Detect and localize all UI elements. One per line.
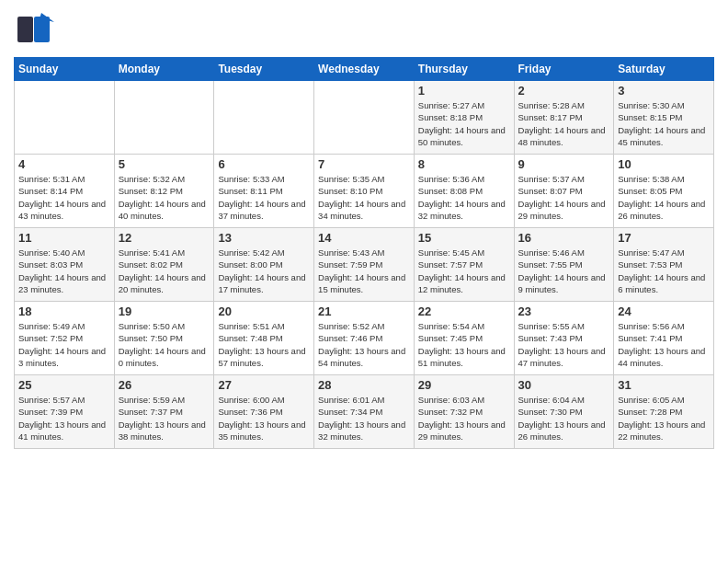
day-number: 22 xyxy=(418,304,510,318)
logo-icon xyxy=(14,9,54,50)
day-number: 17 xyxy=(618,231,710,245)
calendar-cell xyxy=(314,81,415,155)
calendar-cell: 29 Sunrise: 6:03 AM Sunset: 7:32 PM Dayl… xyxy=(414,375,514,449)
calendar-cell: 8 Sunrise: 5:36 AM Sunset: 8:08 PM Dayli… xyxy=(414,155,514,228)
daylight-text: Daylight: 13 hours and 26 minutes. xyxy=(518,419,606,442)
day-number: 23 xyxy=(518,304,610,318)
page: SundayMondayTuesdayWednesdayThursdayFrid… xyxy=(0,0,728,458)
sunset-text: Sunset: 8:05 PM xyxy=(618,186,682,196)
daylight-text: Daylight: 14 hours and 20 minutes. xyxy=(119,272,206,294)
sunset-text: Sunset: 7:59 PM xyxy=(318,259,382,270)
sunset-text: Sunset: 8:08 PM xyxy=(418,186,483,196)
sunrise-text: Sunrise: 5:43 AM xyxy=(318,247,384,258)
calendar-week-row: 4 Sunrise: 5:31 AM Sunset: 8:14 PM Dayli… xyxy=(15,155,714,228)
sunrise-text: Sunrise: 5:35 AM xyxy=(318,174,384,184)
daylight-text: Daylight: 13 hours and 57 minutes. xyxy=(218,346,305,368)
sunset-text: Sunset: 7:32 PM xyxy=(418,407,483,417)
daylight-text: Daylight: 13 hours and 22 minutes. xyxy=(618,419,705,442)
sunset-text: Sunset: 7:48 PM xyxy=(218,333,282,343)
daylight-text: Daylight: 14 hours and 43 minutes. xyxy=(18,199,106,221)
calendar-cell: 30 Sunrise: 6:04 AM Sunset: 7:30 PM Dayl… xyxy=(514,375,614,449)
sunrise-text: Sunrise: 5:27 AM xyxy=(418,100,484,110)
sunrise-text: Sunrise: 5:41 AM xyxy=(119,247,185,258)
day-number: 10 xyxy=(618,157,710,171)
calendar-cell: 2 Sunrise: 5:28 AM Sunset: 8:17 PM Dayli… xyxy=(514,81,614,155)
sunset-text: Sunset: 8:03 PM xyxy=(18,259,83,270)
sunset-text: Sunset: 7:39 PM xyxy=(18,407,83,417)
day-number: 11 xyxy=(18,231,110,245)
sunrise-text: Sunrise: 5:32 AM xyxy=(119,174,185,184)
day-number: 13 xyxy=(218,231,310,245)
day-info: Sunrise: 5:50 AM Sunset: 7:50 PM Dayligh… xyxy=(119,320,210,369)
calendar-cell: 10 Sunrise: 5:38 AM Sunset: 8:05 PM Dayl… xyxy=(614,155,714,228)
day-info: Sunrise: 5:59 AM Sunset: 7:37 PM Dayligh… xyxy=(119,394,210,442)
weekday-header: Friday xyxy=(514,58,614,81)
weekday-header: Sunday xyxy=(15,58,115,81)
sunset-text: Sunset: 7:50 PM xyxy=(119,333,183,343)
calendar-cell: 23 Sunrise: 5:55 AM Sunset: 7:43 PM Dayl… xyxy=(514,302,614,375)
weekday-header: Wednesday xyxy=(314,58,415,81)
day-info: Sunrise: 6:04 AM Sunset: 7:30 PM Dayligh… xyxy=(518,394,610,442)
sunset-text: Sunset: 8:00 PM xyxy=(218,259,282,270)
day-number: 9 xyxy=(518,157,610,171)
calendar-cell: 24 Sunrise: 5:56 AM Sunset: 7:41 PM Dayl… xyxy=(614,302,714,375)
calendar-cell: 15 Sunrise: 5:45 AM Sunset: 7:57 PM Dayl… xyxy=(414,228,514,302)
calendar-cell: 28 Sunrise: 6:01 AM Sunset: 7:34 PM Dayl… xyxy=(314,375,415,449)
day-number: 7 xyxy=(318,157,410,171)
sunrise-text: Sunrise: 5:55 AM xyxy=(518,321,585,331)
day-number: 16 xyxy=(518,231,610,245)
day-number: 24 xyxy=(618,304,710,318)
sunrise-text: Sunrise: 5:40 AM xyxy=(18,247,85,258)
weekday-header: Monday xyxy=(114,58,214,81)
sunrise-text: Sunrise: 5:49 AM xyxy=(18,321,85,331)
sunset-text: Sunset: 8:14 PM xyxy=(18,186,83,196)
day-number: 12 xyxy=(119,231,210,245)
sunset-text: Sunset: 8:10 PM xyxy=(318,186,382,196)
sunrise-text: Sunrise: 5:54 AM xyxy=(418,321,484,331)
calendar-cell: 17 Sunrise: 5:47 AM Sunset: 7:53 PM Dayl… xyxy=(614,228,714,302)
daylight-text: Daylight: 14 hours and 23 minutes. xyxy=(18,272,106,294)
logo xyxy=(14,9,58,50)
daylight-text: Daylight: 13 hours and 38 minutes. xyxy=(119,419,206,442)
sunrise-text: Sunrise: 5:36 AM xyxy=(418,174,484,184)
day-number: 2 xyxy=(518,84,610,98)
day-info: Sunrise: 5:38 AM Sunset: 8:05 PM Dayligh… xyxy=(618,173,710,222)
day-info: Sunrise: 5:41 AM Sunset: 8:02 PM Dayligh… xyxy=(119,247,210,295)
daylight-text: Daylight: 13 hours and 51 minutes. xyxy=(418,346,506,368)
day-info: Sunrise: 5:52 AM Sunset: 7:46 PM Dayligh… xyxy=(318,320,410,369)
day-info: Sunrise: 6:00 AM Sunset: 7:36 PM Dayligh… xyxy=(218,394,310,442)
daylight-text: Daylight: 14 hours and 32 minutes. xyxy=(418,199,506,221)
daylight-text: Daylight: 14 hours and 45 minutes. xyxy=(618,125,705,147)
sunset-text: Sunset: 7:36 PM xyxy=(218,407,282,417)
calendar-table: SundayMondayTuesdayWednesdayThursdayFrid… xyxy=(14,57,714,449)
daylight-text: Daylight: 14 hours and 37 minutes. xyxy=(218,199,305,221)
daylight-text: Daylight: 14 hours and 17 minutes. xyxy=(218,272,305,294)
calendar-cell: 3 Sunrise: 5:30 AM Sunset: 8:15 PM Dayli… xyxy=(614,81,714,155)
day-number: 28 xyxy=(318,378,410,392)
sunset-text: Sunset: 8:12 PM xyxy=(119,186,183,196)
sunset-text: Sunset: 7:57 PM xyxy=(418,259,483,270)
calendar-cell: 13 Sunrise: 5:42 AM Sunset: 8:00 PM Dayl… xyxy=(214,228,314,302)
day-number: 8 xyxy=(418,157,510,171)
calendar-cell: 14 Sunrise: 5:43 AM Sunset: 7:59 PM Dayl… xyxy=(314,228,415,302)
sunset-text: Sunset: 7:28 PM xyxy=(618,407,682,417)
day-number: 25 xyxy=(18,378,110,392)
calendar-cell xyxy=(114,81,214,155)
daylight-text: Daylight: 13 hours and 44 minutes. xyxy=(618,346,705,368)
day-info: Sunrise: 5:43 AM Sunset: 7:59 PM Dayligh… xyxy=(318,247,410,295)
sunrise-text: Sunrise: 5:50 AM xyxy=(119,321,185,331)
sunset-text: Sunset: 7:53 PM xyxy=(618,259,682,270)
calendar-week-row: 1 Sunrise: 5:27 AM Sunset: 8:18 PM Dayli… xyxy=(15,81,714,155)
calendar-cell: 1 Sunrise: 5:27 AM Sunset: 8:18 PM Dayli… xyxy=(414,81,514,155)
calendar-week-row: 18 Sunrise: 5:49 AM Sunset: 7:52 PM Dayl… xyxy=(15,302,714,375)
calendar-cell xyxy=(15,81,115,155)
calendar-cell: 11 Sunrise: 5:40 AM Sunset: 8:03 PM Dayl… xyxy=(15,228,115,302)
sunrise-text: Sunrise: 6:05 AM xyxy=(618,395,684,405)
day-info: Sunrise: 5:46 AM Sunset: 7:55 PM Dayligh… xyxy=(518,247,610,295)
sunrise-text: Sunrise: 6:01 AM xyxy=(318,395,384,405)
daylight-text: Daylight: 13 hours and 47 minutes. xyxy=(518,346,606,368)
weekday-header: Saturday xyxy=(614,58,714,81)
day-number: 26 xyxy=(119,378,210,392)
day-info: Sunrise: 6:05 AM Sunset: 7:28 PM Dayligh… xyxy=(618,394,710,442)
header xyxy=(14,9,714,50)
